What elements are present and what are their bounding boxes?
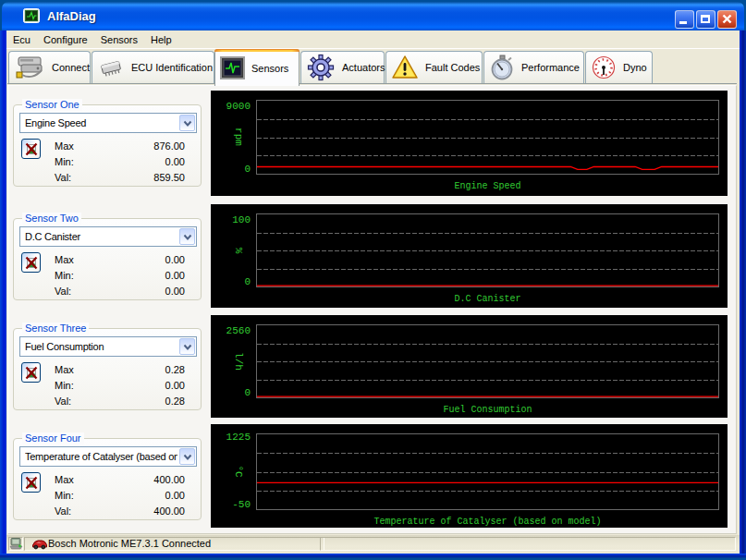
chart-catalyser-temperature: 1225 °C -50 Temperature of Catalyser (ba… [211, 424, 728, 528]
menu-help[interactable]: Help [144, 32, 178, 47]
dropdown-button[interactable] [179, 228, 195, 245]
chart-title: Fuel Consumption [256, 405, 719, 416]
sensor-three-selected-value: Fuel Consumption [25, 337, 177, 356]
tab-performance[interactable]: Performance [483, 51, 584, 83]
sensor-two-select[interactable]: D.C Canister [19, 226, 197, 247]
chart-dc-canister: 100 % 0 D.C Canister [211, 204, 728, 308]
maximize-icon [701, 15, 710, 23]
sensor-one-graph-toggle-button[interactable] [21, 139, 41, 159]
tab-dyno[interactable]: Dyno [585, 51, 653, 83]
min-label: Min: [55, 156, 74, 167]
max-label: Max [55, 254, 74, 265]
sensor-three-select[interactable]: Fuel Consumption [19, 336, 197, 357]
dropdown-button[interactable] [179, 115, 195, 131]
gauge-icon [591, 55, 617, 80]
sensor-three-val-value: 0.28 [110, 396, 185, 407]
computer-connect-icon [14, 55, 45, 80]
menu-ecu[interactable]: Ecu [6, 32, 37, 47]
dropdown-button[interactable] [179, 448, 195, 465]
tab-label: ECU Identification [131, 62, 213, 73]
y-axis-min-tick: 0 [211, 276, 251, 287]
sensor-four-max-value: 400.00 [110, 474, 185, 485]
tab-sensors[interactable]: Sensors [214, 49, 300, 86]
sensor-two-graph-toggle-button[interactable] [21, 252, 41, 273]
sensor-one-select[interactable]: Engine Speed [19, 113, 197, 133]
title-bar[interactable]: AlfaDiag [0, 0, 746, 30]
min-label: Min: [55, 380, 74, 391]
menu-bar: Ecu Configure Sensors Help [6, 30, 740, 49]
status-message: Bosch Motronic ME7.3.1 Connected [48, 537, 211, 551]
menu-sensors[interactable]: Sensors [94, 32, 144, 47]
y-axis-max-tick: 9000 [211, 101, 251, 112]
tab-label: Actuators [342, 62, 385, 73]
sensor-one-selected-value: Engine Speed [25, 114, 177, 132]
plot-area [256, 433, 719, 510]
sensor-two-groupbox: Sensor Two D.C Canister Max0.00 Min:0.00… [13, 218, 202, 300]
chevron-down-icon [182, 234, 193, 241]
sensor-four-graph-toggle-button[interactable] [21, 472, 41, 493]
tab-ecu-identification[interactable]: ECU Identification [92, 51, 214, 83]
sensor-three-groupbox: Sensor Three Fuel Consumption Max0.28 Mi… [13, 328, 202, 410]
plot-area [256, 213, 719, 287]
sensor-three-min-value: 0.00 [110, 380, 185, 391]
val-label: Val: [55, 396, 71, 407]
sensor-four-min-value: 0.00 [110, 490, 185, 501]
chevron-down-icon [182, 454, 193, 461]
computer-status-icon [9, 538, 23, 550]
chart-title: Temperature of Catalyser (based on model… [256, 517, 719, 528]
gear-icon [306, 54, 336, 81]
menu-configure[interactable]: Configure [37, 32, 94, 47]
tab-label: Fault Codes [425, 62, 480, 73]
min-label: Min: [55, 270, 74, 281]
groupbox-title: Sensor Three [22, 323, 89, 335]
sensor-one-groupbox: Sensor One Engine Speed Max876.00 Min:0.… [13, 104, 202, 187]
window-border-left [0, 30, 6, 554]
window-border-right [740, 30, 746, 554]
tab-connect[interactable]: Connect [8, 51, 91, 83]
sensor-one-max-value: 876.00 [110, 140, 185, 152]
no-graph-icon [25, 366, 38, 380]
title-bar-gradient [2, 2, 744, 30]
tab-fault-codes[interactable]: Fault Codes [385, 51, 483, 83]
tab-actuators[interactable]: Actuators [300, 51, 385, 83]
status-bar: Bosch Motronic ME7.3.1 Connected [6, 535, 740, 554]
sensor-three-graph-toggle-button[interactable] [21, 362, 41, 383]
y-axis-min-tick: 0 [211, 164, 251, 175]
close-icon [718, 11, 736, 28]
minimize-button[interactable] [675, 10, 694, 29]
tab-label: Sensors [251, 63, 288, 74]
chart-engine-speed: 9000 rpm 0 Engine Speed [211, 91, 728, 196]
minimize-icon [679, 21, 687, 24]
plot-area [256, 324, 719, 398]
tabstrip-baseline [7, 83, 737, 84]
chart-title: D.C Canister [256, 294, 719, 305]
stopwatch-icon [489, 55, 515, 80]
sensor-two-min-value: 0.00 [110, 270, 185, 281]
window-border-bottom [0, 554, 746, 560]
y-axis-max-tick: 100 [211, 214, 251, 225]
chevron-down-icon [182, 120, 193, 128]
tab-label: Dyno [623, 62, 647, 73]
min-label: Min: [55, 490, 74, 501]
no-graph-icon [25, 256, 38, 270]
val-label: Val: [55, 172, 71, 183]
sensor-four-selected-value: Temperature of Catalyser (based on model… [25, 447, 177, 466]
no-graph-icon [25, 142, 38, 156]
chart-fuel-consumption: 2560 l/h 0 Fuel Consumption [211, 315, 728, 418]
y-axis-max-tick: 2560 [211, 325, 251, 336]
window-title: AlfaDiag [47, 8, 96, 25]
dropdown-button[interactable] [179, 338, 195, 355]
sensor-four-groupbox: Sensor Four Temperature of Catalyser (ba… [13, 438, 202, 520]
sensor-four-select[interactable]: Temperature of Catalyser (based on model… [19, 446, 197, 467]
active-tab-stripe [214, 49, 300, 52]
val-label: Val: [55, 505, 71, 517]
sensor-two-val-value: 0.00 [110, 286, 185, 297]
car-status-icon [31, 538, 48, 550]
chevron-down-icon [182, 344, 193, 351]
max-label: Max [55, 364, 74, 375]
chart-title: Engine Speed [256, 181, 719, 192]
sensor-two-max-value: 0.00 [110, 254, 185, 265]
sensor-one-min-value: 0.00 [110, 156, 185, 167]
close-button[interactable] [717, 10, 737, 29]
maximize-button[interactable] [696, 10, 715, 29]
